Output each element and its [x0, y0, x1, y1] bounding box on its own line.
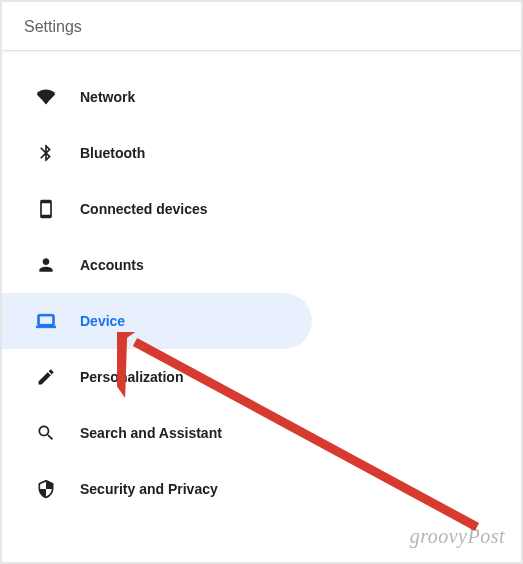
connected-devices-icon: [34, 197, 58, 221]
sidebar-item-network[interactable]: Network: [2, 69, 521, 125]
sidebar-item-label: Search and Assistant: [80, 425, 222, 441]
sidebar-item-security-privacy[interactable]: Security and Privacy: [2, 461, 521, 517]
shield-icon: [34, 477, 58, 501]
sidebar-item-device[interactable]: Device: [2, 293, 312, 349]
sidebar-item-connected-devices[interactable]: Connected devices: [2, 181, 521, 237]
settings-sidebar: Network Bluetooth Connected devices Acco…: [2, 51, 521, 517]
sidebar-item-personalization[interactable]: Personalization: [2, 349, 521, 405]
watermark: groovyPost: [410, 525, 505, 548]
sidebar-item-label: Bluetooth: [80, 145, 145, 161]
sidebar-item-label: Security and Privacy: [80, 481, 218, 497]
sidebar-item-search-assistant[interactable]: Search and Assistant: [2, 405, 521, 461]
sidebar-item-label: Accounts: [80, 257, 144, 273]
sidebar-item-bluetooth[interactable]: Bluetooth: [2, 125, 521, 181]
edit-icon: [34, 365, 58, 389]
settings-header: Settings: [2, 2, 521, 51]
bluetooth-icon: [34, 141, 58, 165]
laptop-icon: [34, 309, 58, 333]
sidebar-item-label: Network: [80, 89, 135, 105]
sidebar-item-accounts[interactable]: Accounts: [2, 237, 521, 293]
person-icon: [34, 253, 58, 277]
sidebar-item-label: Personalization: [80, 369, 183, 385]
page-title: Settings: [24, 18, 499, 36]
sidebar-item-label: Connected devices: [80, 201, 208, 217]
sidebar-item-label: Device: [80, 313, 125, 329]
search-icon: [34, 421, 58, 445]
wifi-icon: [34, 85, 58, 109]
